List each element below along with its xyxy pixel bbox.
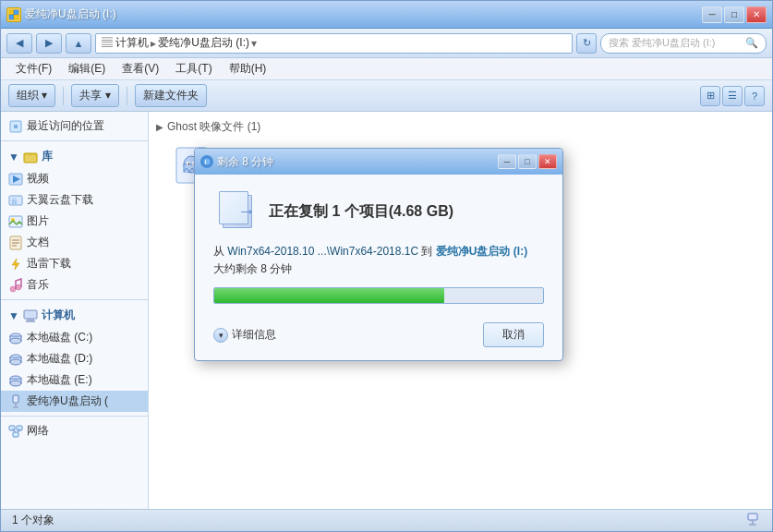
dialog-close-button[interactable]: ✕ [538,154,557,169]
progress-bar-fill [214,288,444,303]
details-expand-icon: ▾ [213,328,228,343]
copy-info: 从 Win7x64-2018.10 ...\Win7x64-2018.1C 到 … [213,243,544,278]
dest-path: 爱纯净U盘启动 (I:) [436,245,527,258]
dialog-body: → 正在复制 1 个项目(4.68 GB) 从 Win7x64-2018.10 … [195,175,562,317]
from-path: Win7x64-2018.10 ...\Win7x64-2018.1C [227,245,418,258]
dialog-title-buttons: ─ □ ✕ [498,154,557,169]
dialog-title-bar: i 剩余 8 分钟 ─ □ ✕ [195,149,562,175]
details-button[interactable]: ▾ 详细信息 [213,327,276,343]
from-label: 从 [213,245,224,258]
copy-from-line: 从 Win7x64-2018.10 ...\Win7x64-2018.1C 到 … [213,243,544,260]
copy-arrow-icon: → [237,200,256,222]
time-remaining: 大约剩余 8 分钟 [213,262,292,275]
dialog-icon: i [200,155,213,168]
dialog-title-left: i 剩余 8 分钟 [200,154,273,170]
progress-bar-container [213,287,544,304]
cancel-button[interactable]: 取消 [483,322,544,347]
dialog-minimize-button[interactable]: ─ [498,154,516,169]
copy-header: → 正在复制 1 个项目(4.68 GB) [213,189,544,234]
copy-animation-icon: → [213,189,258,234]
to-label: 到 [421,245,435,258]
dialog-overlay: i 剩余 8 分钟 ─ □ ✕ → [0,0,773,532]
dialog-footer: ▾ 详细信息 取消 [195,317,562,360]
details-label: 详细信息 [232,327,276,343]
copy-dialog: i 剩余 8 分钟 ─ □ ✕ → [194,148,563,361]
copy-title: 正在复制 1 个项目(4.68 GB) [269,202,453,222]
dialog-restore-button[interactable]: □ [518,154,537,169]
copy-visual: → [215,191,256,232]
dialog-title-text: 剩余 8 分钟 [217,154,273,170]
time-remaining-line: 大约剩余 8 分钟 [213,260,544,278]
svg-text:i: i [205,158,207,166]
